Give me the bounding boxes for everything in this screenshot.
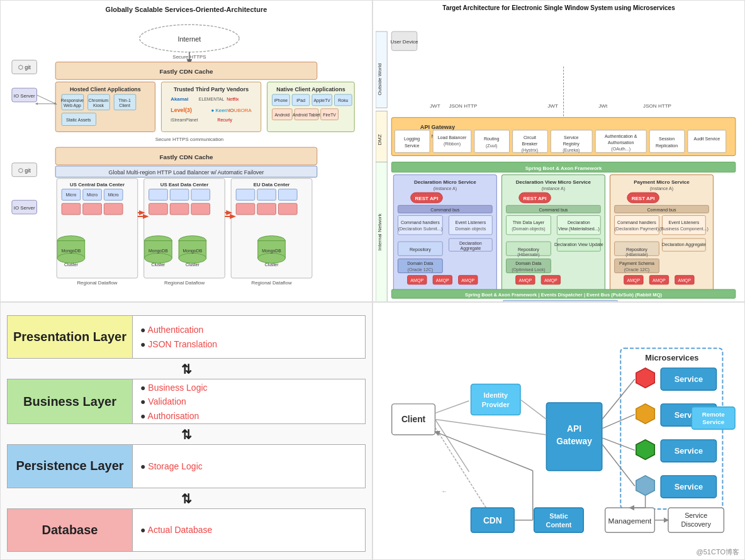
svg-text:Content: Content (546, 521, 572, 529)
svg-text:Command bus: Command bus (430, 208, 459, 213)
svg-line-271 (602, 415, 635, 429)
svg-text:Breaker: Breaker (522, 142, 538, 147)
svg-text:Regional Dataflow: Regional Dataflow (164, 280, 204, 286)
business-detail-3: Authorisation (140, 409, 208, 423)
svg-rect-94 (278, 189, 297, 200)
svg-text:Declaration View Micro Service: Declaration View Micro Service (516, 179, 591, 185)
svg-text:Authentication &: Authentication & (605, 134, 637, 139)
svg-text:Trusted Third Party Vendors: Trusted Third Party Vendors (174, 86, 249, 92)
svg-text:YOUBORA: YOUBORA (227, 108, 252, 113)
svg-text:(Ribbon): (Ribbon) (444, 142, 461, 147)
database-layer-row: Database Actual Database (7, 508, 366, 552)
svg-text:JWT: JWT (430, 103, 440, 109)
svg-text:Domain objects: Domain objects (455, 227, 486, 232)
svg-text:Service: Service (675, 482, 703, 491)
svg-text:FireTV: FireTV (323, 113, 336, 117)
svg-text:US Central Data Center: US Central Data Center (70, 182, 125, 188)
target-arch-svg: Outside World DMZ Internal Network User … (376, 13, 742, 302)
svg-text:(Business Component...): (Business Component...) (659, 227, 709, 232)
svg-text:Service: Service (675, 374, 703, 384)
svg-rect-187 (506, 216, 551, 235)
svg-text:Hosted Client Applications: Hosted Client Applications (70, 86, 141, 92)
soa-diagram: Internet Secure HTTPS ⬡ git Fastly CDN C… (6, 17, 367, 296)
svg-text:⬡ git: ⬡ git (18, 167, 31, 174)
svg-text:(Oracle 12C): (Oracle 12C) (624, 267, 650, 272)
svg-text:Cluster: Cluster (152, 262, 166, 267)
svg-text:View (Materialised...): View (Materialised...) (558, 227, 600, 232)
business-layer-label: Business Layer (7, 379, 133, 424)
persistence-layer-details: Storage Logic (133, 444, 366, 488)
svg-text:Event Listeners: Event Listeners (668, 220, 699, 225)
svg-text:REST API: REST API (632, 196, 655, 201)
svg-point-69 (57, 253, 85, 263)
svg-text:AMQP: AMQP (678, 278, 691, 283)
svg-text:Provider: Provider (482, 401, 510, 408)
svg-text:Client: Client (401, 415, 426, 424)
svg-text:Recurly: Recurly (217, 118, 232, 123)
svg-marker-258 (636, 368, 654, 388)
svg-text:Internal Network: Internal Network (377, 213, 383, 251)
svg-text:AMQP: AMQP (436, 278, 449, 283)
svg-text:API: API (567, 424, 581, 434)
svg-text:MongoDB: MongoDB (183, 249, 203, 254)
svg-text:Command handlers: Command handlers (617, 220, 656, 225)
svg-text:Payment Micro Service: Payment Micro Service (634, 179, 690, 185)
svg-text:Regional Dataflow: Regional Dataflow (251, 280, 291, 286)
svg-text:Chromium: Chromium (89, 98, 109, 103)
svg-marker-267 (636, 476, 654, 495)
svg-rect-64 (62, 203, 81, 215)
svg-line-254 (520, 400, 546, 419)
svg-rect-96 (257, 203, 276, 215)
svg-text:Repository: Repository (518, 247, 539, 252)
svg-text:(Oracle 12C): (Oracle 12C) (408, 267, 434, 272)
svg-text:Management: Management (608, 517, 652, 525)
svg-text:Event Listeners: Event Listeners (455, 220, 486, 225)
svg-text:Cluster: Cluster (265, 262, 279, 267)
svg-line-246 (435, 427, 490, 515)
svg-text:(OAuth...): (OAuth...) (611, 147, 630, 152)
svg-text:Roku: Roku (338, 98, 348, 103)
svg-text:Thin-1: Thin-1 (118, 98, 131, 103)
svg-rect-160 (398, 216, 442, 235)
bottom-left-panel: Presentation Layer Authentication JSON T… (0, 302, 373, 560)
svg-line-49 (36, 95, 55, 104)
svg-point-87 (179, 253, 206, 263)
svg-text:JSON HTTP: JSON HTTP (449, 103, 477, 109)
svg-text:AMQP: AMQP (544, 278, 557, 283)
svg-text:Global Multi-region HTTP Load : Global Multi-region HTTP Load Balancer w… (109, 169, 264, 176)
svg-text:Service: Service (564, 135, 579, 140)
business-detail-2: Validation (140, 395, 208, 408)
svg-text:(Hibernate): (Hibernate) (517, 252, 539, 257)
svg-text:iPad: iPad (296, 98, 305, 103)
svg-text:Native Client Applications: Native Client Applications (276, 86, 345, 92)
svg-text:Repository: Repository (410, 247, 431, 252)
svg-rect-196 (557, 216, 600, 235)
svg-rect-75 (170, 189, 189, 200)
svg-text:Outside World: Outside World (377, 63, 383, 95)
svg-text:Circuit: Circuit (524, 135, 536, 140)
svg-text:Secure HTTPS: Secure HTTPS (172, 54, 206, 60)
bidirectional-arrow-3: ⇅ (181, 491, 192, 507)
svg-text:MongoDB: MongoDB (62, 249, 81, 254)
svg-text:Android: Android (275, 113, 290, 117)
svg-text:(Eureka): (Eureka) (563, 148, 580, 153)
svg-text:REST API: REST API (524, 196, 547, 201)
business-layer-row: Business Layer Business Logic Validation… (7, 379, 366, 424)
svg-rect-74 (149, 189, 168, 200)
svg-text:Declaration: Declaration (459, 241, 482, 246)
bidirectional-arrow-2: ⇅ (181, 427, 192, 442)
svg-text:MongoDB: MongoDB (148, 249, 168, 254)
svg-text:Domain Data: Domain Data (407, 262, 433, 267)
svg-text:Remote: Remote (702, 411, 725, 418)
database-layer-details: Actual Database (133, 508, 366, 552)
presentation-layer-row: Presentation Layer Authentication JSON T… (7, 315, 366, 359)
svg-text:Micro: Micro (87, 193, 98, 197)
svg-text:Service: Service (702, 418, 724, 425)
svg-text:(Declaration Payment): (Declaration Payment) (615, 227, 659, 232)
svg-text:(Domain objects): (Domain objects) (512, 227, 546, 232)
svg-line-273 (602, 444, 635, 486)
svg-text:(instance A): (instance A) (434, 186, 457, 191)
svg-text:Identity: Identity (484, 391, 508, 399)
arrow-3: ⇅ (7, 492, 366, 506)
database-detail-1: Actual Database (140, 523, 212, 537)
